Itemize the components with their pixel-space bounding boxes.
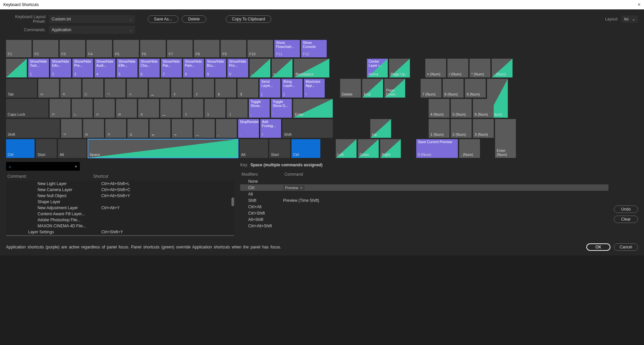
key-shift-l[interactable]: Shift (6, 119, 60, 138)
key-comma[interactable]: , (216, 119, 237, 138)
modifier-row[interactable]: Ctrl+Alt (240, 204, 608, 210)
command-row[interactable]: New Null ObjectCtrl+Alt+Shift+Y (6, 193, 234, 199)
remove-tag-icon[interactable]: × (300, 186, 302, 190)
key-letter-h6[interactable]: ㅓ (182, 99, 203, 118)
key-f6[interactable]: F6 (140, 40, 166, 57)
key-letter-s5[interactable]: ㅜ (172, 119, 193, 138)
key-letter-2[interactable]: ㄷ (83, 79, 103, 98)
key-bracket-r[interactable]: Bring Layer...] (282, 79, 303, 98)
key-num-dot[interactable]: . (Num) (459, 139, 480, 158)
cancel-button[interactable]: Cancel (614, 243, 638, 251)
key-f3[interactable]: F3 (60, 40, 85, 57)
key-num-5[interactable]: 5 (Num) (451, 99, 472, 118)
key-f5[interactable]: F5 (113, 40, 139, 57)
command-row[interactable]: Adobe Photoshop File... (6, 217, 234, 223)
key-space[interactable]: Space (88, 139, 238, 158)
assignment-tag[interactable]: Preview× (283, 185, 305, 190)
command-row[interactable]: Open Layer (6, 235, 234, 236)
key-f7[interactable]: F7 (167, 40, 193, 57)
modifier-row[interactable]: None (240, 178, 608, 184)
key-num-8[interactable]: 8 (Num) (443, 79, 464, 98)
clear-search-icon[interactable]: × (74, 164, 77, 169)
key-period[interactable]: StopRenderQu.... (238, 119, 259, 138)
key-pageup[interactable]: Page Up (389, 59, 410, 77)
key-num-7[interactable]: 7 (Num) (421, 79, 441, 98)
ok-button[interactable]: OK (586, 243, 610, 251)
key-f2[interactable]: F2 (33, 40, 58, 57)
key-5[interactable]: Show/Hide Effe...5 (117, 59, 138, 77)
key-1[interactable]: Show/Hide Tool...1 (28, 59, 49, 77)
key-num-div[interactable]: / (Num) (447, 59, 468, 77)
key-num-4[interactable]: 4 (Num) (429, 99, 449, 118)
command-list[interactable]: New Light LayerCtrl+Alt+Shift+LNew Camer… (6, 181, 234, 236)
key-left[interactable]: Left (336, 139, 357, 158)
key-f10[interactable]: F10 (248, 40, 273, 57)
modifier-row[interactable]: Alt+Shift (240, 216, 608, 223)
key-4[interactable]: Show/Hide Audi...4 (95, 59, 115, 77)
key-letter-h5[interactable]: ㅗ (160, 99, 181, 118)
key-backspace[interactable]: Backspace (294, 59, 329, 77)
key-end[interactable]: End (362, 79, 383, 98)
key-bracket-l[interactable]: Send Layer...[ (260, 79, 280, 98)
key-letter-h2[interactable]: ㅇ (94, 99, 115, 118)
key-letter-h0[interactable]: ㅁ (50, 99, 70, 118)
scrollbar-thumb[interactable] (231, 197, 234, 206)
key-letter-s4[interactable]: ㅠ (150, 119, 170, 138)
key-alt-r[interactable]: Alt (239, 139, 268, 158)
copy-clipboard-button[interactable]: Copy To Clipboard (226, 15, 272, 23)
key-letter-5[interactable]: ㅛ (149, 79, 170, 98)
key-ctrl-l[interactable]: Ctrl (6, 139, 35, 158)
key-capslock[interactable]: Caps Lock (6, 99, 48, 118)
key-enter[interactable]: Enter (293, 99, 333, 118)
key-alt-l[interactable]: Alt (58, 139, 87, 158)
undo-button[interactable]: Undo (614, 206, 638, 213)
key-backslash[interactable]: Maximize App...\ (304, 79, 325, 98)
key-letter-7[interactable]: ㅑ (193, 79, 214, 98)
key-start-l[interactable]: Start (36, 139, 57, 158)
key-start-r[interactable]: Start (269, 139, 290, 158)
key-f1[interactable]: F1 (6, 40, 32, 57)
modifier-row[interactable]: ShiftPreview (Time Shift) (240, 197, 608, 204)
clear-button[interactable]: Clear (614, 216, 638, 223)
key-letter-6[interactable]: ㅕ (171, 79, 192, 98)
key-letter-s1[interactable]: ㅌ (83, 119, 104, 138)
key-0[interactable]: Show/Hide Pro...0 (227, 59, 248, 77)
key-letter-9[interactable]: ㅔ (237, 79, 258, 98)
key-6[interactable]: Show/Hide Cha...6 (139, 59, 160, 77)
key-num-9[interactable]: 9 (Num) (465, 79, 486, 98)
modifier-row[interactable]: Alt (240, 191, 608, 197)
modifier-row[interactable]: Ctrl+Shift (240, 210, 608, 216)
key-f11[interactable]: Show Flowchart...F11 (274, 40, 300, 57)
key-f8[interactable]: F8 (194, 40, 219, 57)
key-slash[interactable]: Add Footag.../ (260, 119, 281, 138)
command-row[interactable]: MAXON CINEMA 4D File... (6, 223, 234, 229)
modifier-row[interactable]: CtrlPreview× (240, 184, 608, 191)
key-num-1[interactable]: 1 (Num) (429, 119, 449, 138)
key-home[interactable]: Center Layer i...Home (367, 59, 388, 77)
close-icon[interactable]: × (638, 2, 641, 8)
key-letter-s2[interactable]: ㅊ (105, 119, 126, 138)
command-row[interactable]: New Light LayerCtrl+Alt+Shift+L (6, 181, 234, 187)
search-input[interactable]: ⌕ × (6, 162, 80, 171)
key-letter-h4[interactable]: ㅎ (138, 99, 159, 118)
key-tilde[interactable]: ` (6, 59, 27, 77)
layout-dropdown[interactable]: ko ⌄ (622, 15, 638, 23)
key-2[interactable]: Show/Hide Info...2 (50, 59, 71, 77)
key-right[interactable]: Right (380, 139, 401, 158)
key-num-enter[interactable]: Enter (Num) (495, 119, 516, 158)
key-num-2[interactable]: 2 (Num) (451, 119, 472, 138)
modifier-list[interactable]: NoneCtrlPreview×AltShiftPreview (Time Sh… (240, 178, 608, 229)
command-row[interactable]: Layer SettingsCtrl+Shift+Y (6, 229, 234, 235)
key-3[interactable]: Show/Hide Pre...3 (72, 59, 93, 77)
key-=[interactable]: = (272, 59, 292, 77)
delete-button[interactable]: Delete (182, 15, 206, 23)
key-num-sub[interactable]: - (Num) (492, 59, 513, 77)
preset-dropdown[interactable]: Custom.txt ⌄ (49, 15, 135, 23)
command-row[interactable]: Content-Aware Fill Layer... (6, 211, 234, 217)
key-up[interactable]: Up (370, 119, 391, 138)
key-tab[interactable]: Tab (6, 79, 37, 98)
key-letter-h3[interactable]: ㄹ (116, 99, 137, 118)
key-letter-3[interactable]: ㄱ (105, 79, 125, 98)
key-ctrl-r[interactable]: Ctrl (291, 139, 320, 158)
key--[interactable]: - (250, 59, 270, 77)
